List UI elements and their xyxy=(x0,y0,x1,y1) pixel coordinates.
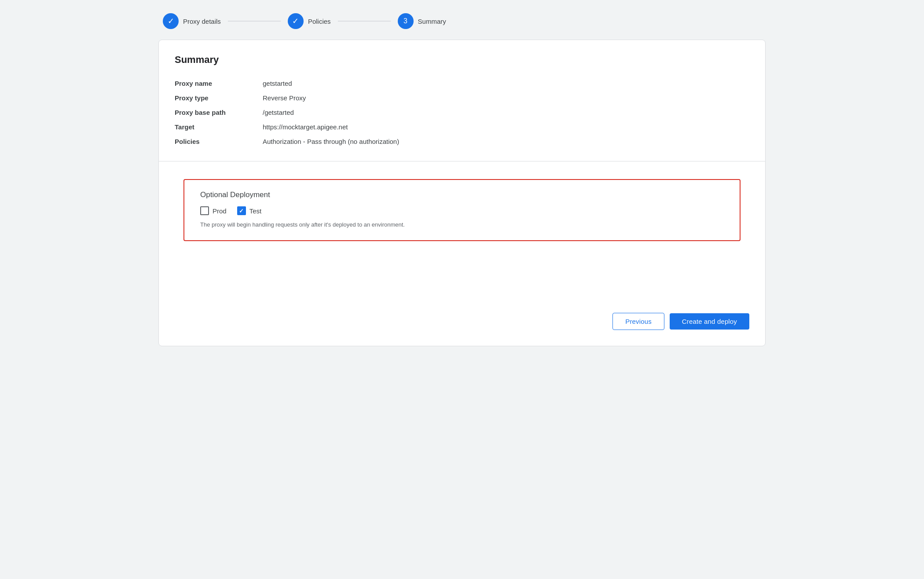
summary-value-target: https://mocktarget.apigee.net xyxy=(263,120,749,134)
summary-key-policies: Policies xyxy=(175,134,263,149)
checkbox-group: Prod Test xyxy=(200,206,724,215)
deployment-hint: The proxy will begin handling requests o… xyxy=(200,221,724,228)
step-proxy-details: Proxy details xyxy=(163,13,221,29)
step-circle-proxy-details xyxy=(163,13,179,29)
summary-key-target: Target xyxy=(175,120,263,134)
page-container: Proxy details Policies 3 Summary Summary… xyxy=(158,13,766,346)
main-card: Summary Proxy name getstarted Proxy type… xyxy=(158,40,766,346)
step-connector-1 xyxy=(228,21,281,22)
checkbox-prod[interactable] xyxy=(200,206,209,215)
card-body: Optional Deployment Prod Test The proxy … xyxy=(159,161,765,302)
summary-value-policies: Authorization - Pass through (no authori… xyxy=(263,134,749,149)
summary-key-proxy-name: Proxy name xyxy=(175,76,263,91)
step-summary: 3 Summary xyxy=(398,13,446,29)
step-circle-policies xyxy=(288,13,304,29)
summary-value-proxy-type: Reverse Proxy xyxy=(263,91,749,105)
checkbox-test[interactable] xyxy=(237,206,246,215)
stepper: Proxy details Policies 3 Summary xyxy=(158,13,766,29)
deployment-title: Optional Deployment xyxy=(200,191,724,199)
step-label-summary: Summary xyxy=(418,18,446,25)
deployment-section: Optional Deployment Prod Test The proxy … xyxy=(183,179,741,241)
summary-title: Summary xyxy=(175,54,749,66)
step-policies: Policies xyxy=(288,13,331,29)
previous-button[interactable]: Previous xyxy=(612,313,664,330)
step-circle-summary: 3 xyxy=(398,13,414,29)
summary-value-proxy-base-path: /getstarted xyxy=(263,105,749,120)
create-deploy-button[interactable]: Create and deploy xyxy=(670,313,749,330)
step-label-proxy-details: Proxy details xyxy=(183,18,221,25)
footer-buttons: Previous Create and deploy xyxy=(159,302,765,346)
summary-section: Summary Proxy name getstarted Proxy type… xyxy=(159,40,765,161)
summary-table: Proxy name getstarted Proxy type Reverse… xyxy=(175,76,749,149)
summary-value-proxy-name: getstarted xyxy=(263,76,749,91)
step-connector-2 xyxy=(338,21,391,22)
checkbox-label-prod: Prod xyxy=(213,207,227,215)
checkbox-item-prod[interactable]: Prod xyxy=(200,206,227,215)
step-label-policies: Policies xyxy=(308,18,331,25)
checkbox-label-test: Test xyxy=(249,207,262,215)
checkbox-item-test[interactable]: Test xyxy=(237,206,262,215)
summary-key-proxy-base-path: Proxy base path xyxy=(175,105,263,120)
summary-key-proxy-type: Proxy type xyxy=(175,91,263,105)
